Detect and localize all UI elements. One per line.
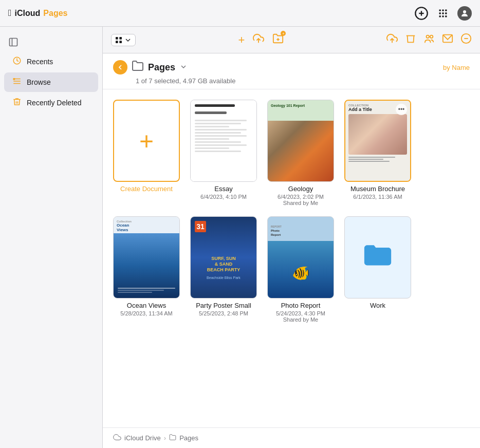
museum-date: 6/1/2023, 11:36 AM <box>353 194 402 200</box>
work-label: Work <box>370 302 385 309</box>
sidebar: Recents Browse Recently Deleted <box>0 27 103 448</box>
sidebar-toggle-button[interactable] <box>0 33 102 51</box>
add-button[interactable] <box>414 6 429 21</box>
sidebar-item-label-recents: Recents <box>27 58 53 66</box>
content-toolbar: + + <box>103 27 480 53</box>
party-preview: 31 SURF, SUN& SANDBEACH PARTY Beachside … <box>191 217 256 298</box>
file-item-party[interactable]: 31 SURF, SUN& SANDBEACH PARTY Beachside … <box>190 216 257 323</box>
doc-line <box>195 141 241 143</box>
essay-label: Essay <box>214 185 232 193</box>
selection-subtitle: 1 of 7 selected, 4.97 GB available <box>136 77 470 85</box>
museum-image <box>348 114 407 155</box>
title-row: Pages by Name <box>113 60 470 75</box>
content-area: + + <box>103 27 480 448</box>
file-item-create[interactable]: + Create Document <box>113 100 180 206</box>
file-item-work[interactable]: Work <box>344 216 411 323</box>
sidebar-item-label-browse: Browse <box>27 78 51 86</box>
museum-label: Museum Brochure <box>350 185 405 193</box>
doc-line <box>195 147 229 149</box>
apple-logo-icon:  <box>8 8 12 18</box>
svg-rect-4 <box>442 9 444 11</box>
svg-rect-13 <box>10 39 17 46</box>
file-item-photo[interactable]: REPORT Photo Report 🐠 Photo Report 5/24/… <box>267 216 334 323</box>
sidebar-item-browse[interactable]: Browse <box>4 72 98 92</box>
photo-label: Photo Report <box>281 302 321 309</box>
doc-line <box>195 144 247 146</box>
delete-button[interactable] <box>405 33 416 47</box>
folder-icon-header <box>132 60 144 75</box>
party-label: Party Poster Small <box>196 302 251 309</box>
fish-icon: 🐠 <box>292 265 310 282</box>
file-item-essay[interactable]: Essay 6/4/2023, 4:10 PM <box>190 100 257 206</box>
create-doc-thumb[interactable]: + <box>113 100 180 182</box>
svg-point-25 <box>426 35 429 39</box>
svg-rect-11 <box>445 15 447 17</box>
view-toggle-button[interactable] <box>111 34 136 46</box>
icloud-drive-breadcrumb[interactable]: iCloud Drive <box>124 434 161 442</box>
main-layout: Recents Browse Recently Deleted <box>0 27 480 448</box>
ocean-thumb: Collection OceanViews <box>113 216 180 298</box>
ocean-header: Collection OceanViews <box>114 217 179 233</box>
svg-point-26 <box>430 35 433 39</box>
ocean-label: Ocean Views <box>127 302 166 309</box>
ocean-preview: Collection OceanViews <box>114 217 179 298</box>
topbar-brand:  iCloud Pages <box>8 8 67 18</box>
share-people-button[interactable] <box>423 33 435 47</box>
svg-rect-3 <box>439 9 441 11</box>
svg-rect-19 <box>116 41 118 43</box>
doc-line <box>195 138 229 140</box>
file-item-ocean[interactable]: Collection OceanViews Ocean Views <box>113 216 180 323</box>
svg-rect-5 <box>445 9 447 11</box>
museum-text <box>348 157 407 162</box>
upload-button[interactable] <box>253 33 264 47</box>
toolbar-left <box>111 34 136 46</box>
cloud-upload-button[interactable] <box>386 33 398 47</box>
ocean-date: 5/28/2023, 11:34 AM <box>120 310 173 316</box>
svg-rect-20 <box>119 41 122 43</box>
doc-line <box>195 126 229 127</box>
recents-icon <box>12 56 22 67</box>
toolbar-center: + + <box>238 33 284 47</box>
geology-label: Geology <box>288 185 313 193</box>
breadcrumb-separator: › <box>164 434 166 442</box>
email-button[interactable] <box>442 33 453 47</box>
party-header-text: SURF, SUN& SANDBEACH PARTY <box>207 256 240 272</box>
sort-by-name[interactable]: by Name <box>443 64 470 71</box>
geology-date: 6/4/2023, 2:02 PM <box>278 194 324 200</box>
grid-icon[interactable] <box>436 6 450 21</box>
party-date-badge: 31 <box>195 221 206 232</box>
browse-icon <box>12 77 22 88</box>
create-doc-label: Create Document <box>120 185 173 193</box>
file-item-geology[interactable]: Geology 101 Report Geology 6/4/2023, 2:0… <box>267 100 334 206</box>
more-options-button[interactable] <box>460 33 472 47</box>
doc-line <box>195 135 247 137</box>
doc-line <box>195 129 247 130</box>
work-folder-thumb <box>344 216 411 298</box>
svg-rect-17 <box>116 37 118 40</box>
page-title: Pages <box>148 62 175 73</box>
new-folder-button[interactable]: + <box>272 33 284 47</box>
museum-line <box>348 157 395 158</box>
sidebar-item-recently-deleted[interactable]: Recently Deleted <box>4 93 98 113</box>
file-item-museum[interactable]: COLLECTION Add a Title ••• Museum Brochu… <box>344 100 411 206</box>
essay-thumb <box>190 100 257 182</box>
photo-preview: REPORT Photo Report 🐠 <box>268 217 334 298</box>
new-document-button[interactable]: + <box>238 33 245 47</box>
doc-line <box>195 151 241 152</box>
svg-point-12 <box>463 10 466 13</box>
svg-rect-6 <box>439 12 441 14</box>
back-button[interactable] <box>113 60 127 74</box>
svg-rect-9 <box>439 15 441 17</box>
title-chevron-icon[interactable] <box>179 63 188 72</box>
bottom-breadcrumb: iCloud Drive › Pages <box>103 427 480 448</box>
topbar-actions <box>414 6 472 21</box>
geology-shared: Shared by Me <box>283 200 318 206</box>
file-more-button[interactable]: ••• <box>396 104 407 115</box>
profile-avatar[interactable] <box>457 6 472 21</box>
sidebar-item-recents[interactable]: Recents <box>4 52 98 71</box>
museum-line <box>348 159 383 160</box>
content-header: Pages by Name 1 of 7 selected, 4.97 GB a… <box>103 53 480 89</box>
create-plus-icon: + <box>139 127 154 155</box>
pages-label: Pages <box>43 9 67 18</box>
pages-breadcrumb[interactable]: Pages <box>179 434 198 442</box>
